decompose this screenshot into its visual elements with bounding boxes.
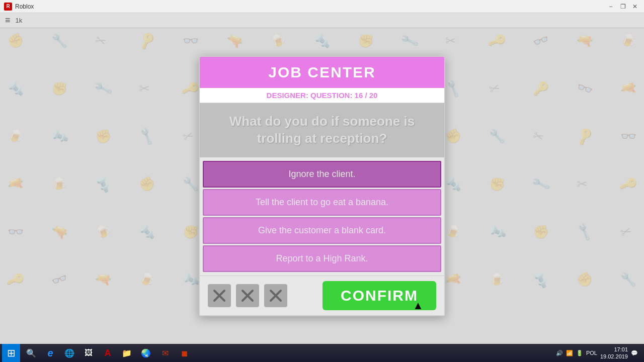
topbar: ≡ 1k <box>0 13 644 28</box>
modal-footer: CONFIRM <box>200 276 444 315</box>
minimize-button[interactable]: − <box>606 2 616 12</box>
x-icon-1 <box>212 289 226 303</box>
taskbar-search[interactable]: 🔍 <box>22 344 40 362</box>
modal-answers: Ignore the client. Tell the client to go… <box>200 157 444 276</box>
close-button[interactable]: ✕ <box>630 2 640 12</box>
taskbar: ⊞ 🔍 e 🌐 🖼 A 📁 🌏 ✉ ◼ 🔊 📶 🔋 POL 17:01 19.0… <box>0 344 644 362</box>
x-mark-1[interactable] <box>208 284 231 307</box>
taskbar-time-block: 17:01 19.02.2019 <box>600 346 628 360</box>
job-center-modal: JOB CENTER DESIGNER: QUESTION: 16 / 20 W… <box>199 56 445 316</box>
taskbar-photos[interactable]: 🖼 <box>79 344 98 362</box>
taskbar-app2[interactable]: 🌏 <box>137 344 155 362</box>
answer-option-2[interactable]: Tell the client to go eat a banana. <box>203 189 441 216</box>
answer-option-4[interactable]: Report to a High Rank. <box>203 245 441 272</box>
taskbar-time: 17:01 <box>600 346 628 353</box>
taskbar-right: 🔊 📶 🔋 POL 17:01 19.02.2019 💬 <box>556 346 642 360</box>
taskbar-app3[interactable]: ◼ <box>175 344 193 362</box>
taskbar-notification-icon: 💬 <box>631 350 638 356</box>
modal-title-bar: JOB CENTER <box>200 57 444 88</box>
taskbar-battery-icon: 🔋 <box>576 350 583 356</box>
taskbar-mail[interactable]: ✉ <box>156 344 174 362</box>
modal-question: What do you do if someone is trolling at… <box>208 113 436 147</box>
answer-option-1[interactable]: Ignore the client. <box>203 161 441 188</box>
menu-icon[interactable]: ≡ <box>5 15 11 26</box>
app-icon: R <box>4 3 12 11</box>
modal-question-area: What do you do if someone is trolling at… <box>200 103 444 157</box>
modal-title: JOB CENTER <box>200 64 444 81</box>
x-icon-2 <box>240 289 255 303</box>
x-marks-container <box>208 284 287 307</box>
titlebar-controls[interactable]: − ❐ ✕ <box>606 2 640 12</box>
start-button[interactable]: ⊞ <box>2 344 20 362</box>
x-mark-3[interactable] <box>264 284 287 307</box>
restore-button[interactable]: ❐ <box>618 2 628 12</box>
taskbar-app1[interactable]: 📁 <box>118 344 136 362</box>
taskbar-network-icon: 📶 <box>566 350 573 356</box>
taskbar-ie[interactable]: e <box>41 344 59 362</box>
modal-overlay: JOB CENTER DESIGNER: QUESTION: 16 / 20 W… <box>0 28 644 344</box>
taskbar-chrome[interactable]: 🌐 <box>60 344 78 362</box>
taskbar-language: POL <box>586 350 597 356</box>
taskbar-speaker-icon: 🔊 <box>556 350 563 356</box>
modal-subtitle: DESIGNER: QUESTION: 16 / 20 <box>200 88 444 103</box>
x-icon-3 <box>269 289 283 303</box>
taskbar-icons: 🔍 e 🌐 🖼 A 📁 🌏 ✉ ◼ <box>22 344 193 362</box>
taskbar-date: 19.02.2019 <box>600 353 628 360</box>
titlebar: R Roblox − ❐ ✕ <box>0 0 644 13</box>
x-mark-2[interactable] <box>236 284 259 307</box>
counter-label: 1k <box>16 17 23 24</box>
app-title: Roblox <box>15 3 34 10</box>
answer-option-3[interactable]: Give the customer a blank card. <box>203 217 441 244</box>
titlebar-left: R Roblox <box>4 3 34 11</box>
confirm-button[interactable]: CONFIRM <box>323 281 436 310</box>
taskbar-acrobat[interactable]: A <box>99 344 117 362</box>
